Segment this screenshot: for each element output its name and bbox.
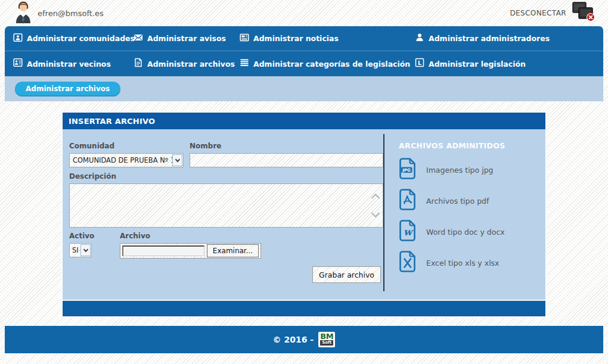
legislation-square-icon: L (415, 58, 424, 70)
nombre-label: Nombre (190, 142, 383, 150)
nav-row-1: Administrar comunidades Administrar avis… (5, 26, 603, 51)
nav-label: Administrar archivos (147, 60, 235, 69)
nav-item-categorias-legislacion[interactable]: Administrar categorías de legislación (240, 58, 415, 70)
nav-item-archivos[interactable]: Administrar archivos (134, 58, 240, 70)
panel-bottom-bar (63, 300, 545, 316)
nav-item-comunidades[interactable]: Administrar comunidades (13, 33, 134, 45)
file-input-widget: Examinar... (120, 243, 261, 259)
comunidad-select-value: COMUNIDAD DE PRUEBA Nº 1 (70, 156, 172, 164)
logout-link[interactable]: DESCONECTAR (510, 9, 566, 17)
list-item-pdf: Archivos tipo pdf (399, 189, 545, 212)
list-lines-icon (240, 58, 249, 70)
chevron-down-icon[interactable] (172, 154, 182, 166)
activo-select-value: SI (70, 246, 80, 254)
nav-label: Administrar legislación (429, 60, 526, 69)
newspaper-icon (240, 33, 249, 45)
chevron-down-icon[interactable] (80, 244, 91, 256)
panel-title: INSERTAR ARCHIVO (63, 113, 545, 129)
document-icon (134, 58, 143, 70)
comunidad-label: Comunidad (69, 142, 184, 150)
descripcion-label: Descripción (69, 172, 383, 181)
list-item-word: w Word tipo doc y docx (399, 220, 545, 243)
nav-item-avisos[interactable]: Administrar avisos (134, 33, 240, 45)
svg-text:JPG: JPG (402, 168, 411, 173)
copyright-text: © 2016 - (273, 335, 314, 344)
envelope-icon (134, 33, 143, 45)
scroll-up-icon[interactable] (371, 194, 380, 202)
nav-item-vecinos[interactable]: Administrar vecinos (13, 58, 134, 70)
panel-body: Comunidad COMUNIDAD DE PRUEBA Nº 1 Nombr… (63, 129, 545, 300)
save-file-button[interactable]: Grabar archivo (312, 266, 381, 283)
list-item-label: Excel tipo xls y xlsx (426, 259, 500, 267)
activo-label: Activo (69, 232, 98, 240)
activo-select[interactable]: SI (69, 243, 92, 257)
word-file-icon: w (399, 220, 417, 244)
logo-soft-text: Soft (320, 340, 333, 346)
svg-text:L: L (418, 60, 421, 66)
list-item-label: Imagenes tipo jpg (426, 166, 494, 175)
scroll-down-icon[interactable] (371, 209, 380, 217)
breadcrumb-archivos-button[interactable]: Administrar archivos (15, 82, 120, 97)
allowed-files-title: ARCHIVOS ADMINITIDOS (399, 141, 545, 150)
list-item-label: Word tipo doc y docx (426, 228, 505, 237)
nav-item-administradores[interactable]: Administrar administradores (415, 33, 603, 45)
nombre-input[interactable] (190, 153, 383, 167)
breadcrumb-bar: Administrar archivos (5, 76, 603, 101)
nav-item-legislacion[interactable]: L Administrar legislación (415, 58, 603, 70)
user-email: efren@bmsoft.es (38, 9, 104, 18)
person-icon (415, 33, 424, 45)
nav-label: Administrar avisos (147, 34, 226, 43)
user-avatar-icon (14, 1, 32, 26)
page-footer: © 2016 - BM Soft (5, 326, 603, 353)
browse-button[interactable]: Examinar... (207, 244, 259, 257)
topbar: efren@bmsoft.es DESCONECTAR (0, 0, 608, 26)
disconnect-monitors-icon[interactable] (571, 1, 595, 25)
file-path-input[interactable] (122, 245, 204, 256)
excel-file-icon (399, 251, 417, 275)
resident-card-icon (13, 58, 23, 70)
allowed-files-panel: ARCHIVOS ADMINITIDOS JPG Imagenes tipo j… (384, 129, 545, 300)
bmsoft-logo[interactable]: BM Soft (318, 332, 335, 347)
archivo-label: Archivo (120, 232, 261, 240)
pdf-file-icon (399, 189, 417, 213)
nav-label: Administrar vecinos (27, 60, 111, 69)
nav-label: Administrar comunidades (27, 34, 135, 43)
insert-file-panel: INSERTAR ARCHIVO Comunidad COMUNIDAD DE … (63, 113, 545, 316)
nav-row-2: Administrar vecinos Administrar archivos… (5, 51, 603, 76)
logo-bm-text: BM (320, 333, 333, 340)
list-item-jpg: JPG Imagenes tipo jpg (399, 158, 545, 181)
insert-file-form: Comunidad COMUNIDAD DE PRUEBA Nº 1 Nombr… (63, 129, 383, 300)
nav-label: Administrar categorías de legislación (253, 60, 410, 69)
nav-label: Administrar administradores (429, 34, 550, 43)
svg-text:w: w (404, 226, 414, 238)
list-item-excel: Excel tipo xls y xlsx (399, 251, 545, 274)
nav-label: Administrar noticias (253, 34, 339, 43)
list-item-label: Archivos tipo pdf (426, 197, 489, 206)
main-nav: Administrar comunidades Administrar avis… (5, 26, 603, 76)
jpg-file-icon: JPG (399, 158, 417, 182)
comunidad-select[interactable]: COMUNIDAD DE PRUEBA Nº 1 (69, 153, 184, 167)
descripcion-textarea[interactable] (69, 183, 383, 228)
nav-item-noticias[interactable]: Administrar noticias (240, 33, 415, 45)
contacts-card-icon (13, 33, 23, 45)
